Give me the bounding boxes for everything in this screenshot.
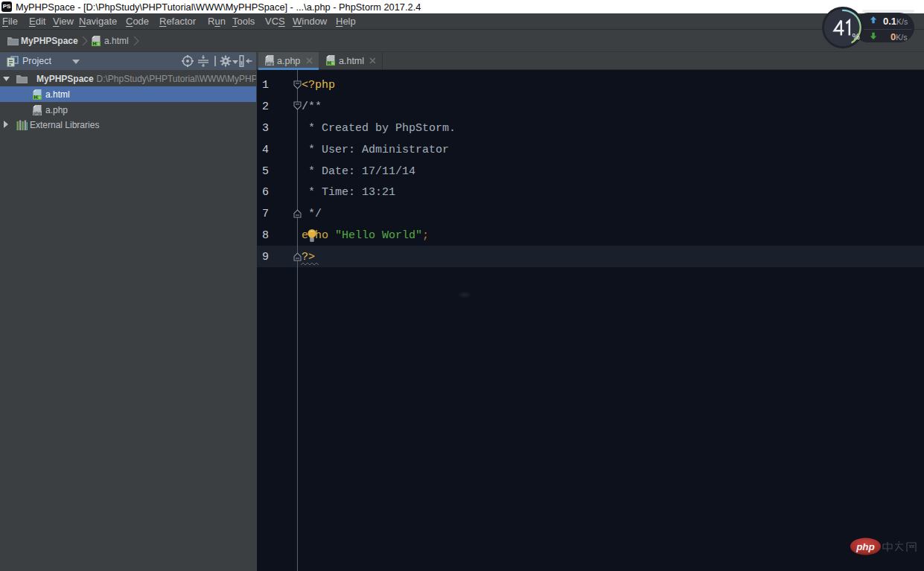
svg-text:H: H: [92, 41, 96, 46]
svg-text:php: php: [34, 111, 42, 115]
svg-text:H: H: [34, 95, 37, 100]
svg-text:php: php: [856, 541, 875, 552]
svg-text:php: php: [266, 61, 274, 66]
svg-text:%: %: [852, 32, 859, 41]
svg-text:H: H: [327, 60, 331, 66]
